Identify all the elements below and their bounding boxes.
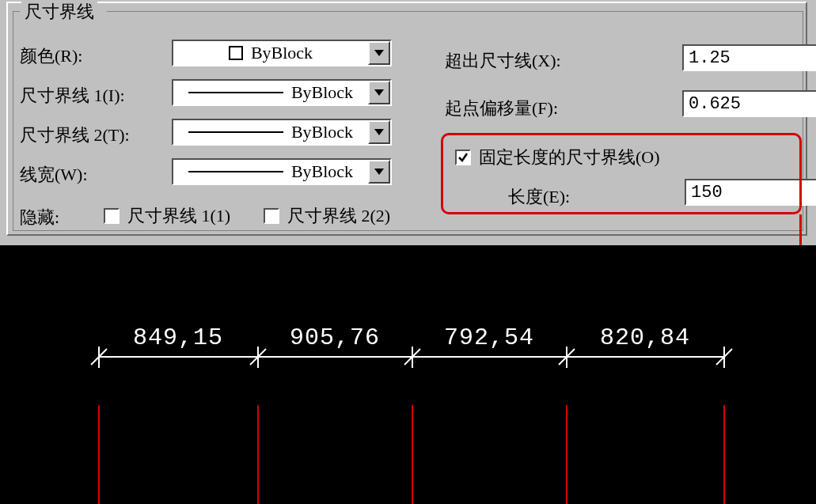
checkbox-suppress2-label: 尺寸界线 2(2) [287, 204, 390, 228]
chevron-down-icon [374, 129, 384, 135]
checkbox-box-icon [455, 150, 471, 165]
svg-marker-2 [374, 129, 384, 135]
label-lineweight: 线宽(W): [20, 163, 88, 187]
combo-extline2-dropdown-button[interactable] [368, 120, 390, 144]
checkbox-box-icon [264, 208, 279, 224]
dimension-value-3: 792,54 [444, 324, 534, 351]
spinner-length-input[interactable] [685, 179, 816, 206]
svg-marker-1 [374, 89, 384, 96]
chevron-down-icon [374, 169, 384, 175]
combo-color-dropdown-button[interactable] [368, 41, 390, 65]
spinner-offset-from[interactable] [682, 90, 796, 117]
dimension-value-4: 820,84 [600, 324, 690, 351]
groupbox-title: 尺寸界线 [21, 0, 97, 24]
combo-color-text: ByBlock [251, 43, 313, 63]
spinner-extend-beyond-input[interactable] [682, 44, 816, 71]
combo-color[interactable]: ByBlock [172, 40, 392, 66]
chevron-down-icon [374, 89, 384, 96]
svg-marker-3 [374, 169, 384, 175]
linetype-preview-icon [188, 92, 283, 93]
cad-viewport: 849,15 905,76 792,54 820,84 [0, 245, 816, 504]
dimension-value-1: 849,15 [133, 324, 223, 351]
combo-extline1-dropdown-button[interactable] [368, 81, 390, 104]
combo-lineweight[interactable]: ByBlock [172, 158, 392, 185]
linetype-preview-icon [188, 131, 283, 133]
lineweight-preview-icon [188, 171, 283, 172]
combo-extline2-text: ByBlock [291, 122, 353, 142]
label-extline1: 尺寸界线 1(I): [20, 84, 125, 108]
combo-lineweight-text: ByBlock [291, 161, 353, 182]
dimension-drawing [0, 245, 816, 504]
label-extline2: 尺寸界线 2(T): [20, 123, 130, 147]
label-length: 长度(E): [508, 185, 570, 209]
spinner-extend-beyond[interactable] [682, 44, 796, 71]
extension-lines-groupbox: 尺寸界线 颜色(R): 尺寸界线 1(I): 尺寸界线 2(T): 线宽(W):… [13, 11, 803, 231]
chevron-down-icon [374, 50, 384, 56]
spinner-length[interactable] [685, 179, 799, 206]
checkbox-fixed-length-label: 固定长度的尺寸界线(O) [479, 146, 660, 169]
extension-lines-panel: 尺寸界线 颜色(R): 尺寸界线 1(I): 尺寸界线 2(T): 线宽(W):… [6, 2, 807, 236]
checkbox-box-icon [104, 208, 120, 224]
spinner-offset-from-input[interactable] [682, 90, 816, 117]
combo-lineweight-dropdown-button[interactable] [368, 160, 390, 184]
checkbox-suppress-extline1[interactable]: 尺寸界线 1(1) [104, 204, 230, 228]
label-suppress: 隐藏: [20, 206, 59, 229]
checkbox-suppress-extline2[interactable]: 尺寸界线 2(2) [264, 204, 390, 228]
combo-extline1[interactable]: ByBlock [172, 79, 392, 106]
combo-extline1-text: ByBlock [291, 82, 353, 103]
dimension-value-2: 905,76 [290, 324, 380, 351]
label-color: 颜色(R): [20, 44, 82, 68]
combo-extline2[interactable]: ByBlock [172, 119, 392, 146]
label-extend-beyond: 超出尺寸线(X): [445, 49, 561, 73]
byblock-swatch-icon [229, 46, 243, 60]
checkbox-fixed-length[interactable]: 固定长度的尺寸界线(O) [455, 146, 660, 169]
svg-marker-0 [374, 50, 384, 56]
checkmark-icon [457, 152, 469, 163]
label-offset-from: 起点偏移量(F): [445, 97, 558, 120]
checkbox-suppress1-label: 尺寸界线 1(1) [127, 204, 230, 228]
